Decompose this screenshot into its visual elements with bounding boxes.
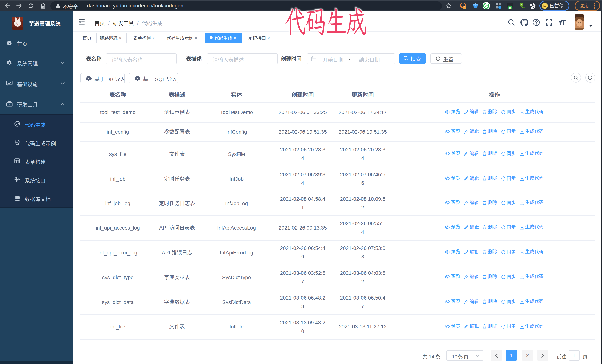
svg-text:1: 1 [464, 6, 465, 9]
svg-text:on: on [509, 7, 511, 9]
